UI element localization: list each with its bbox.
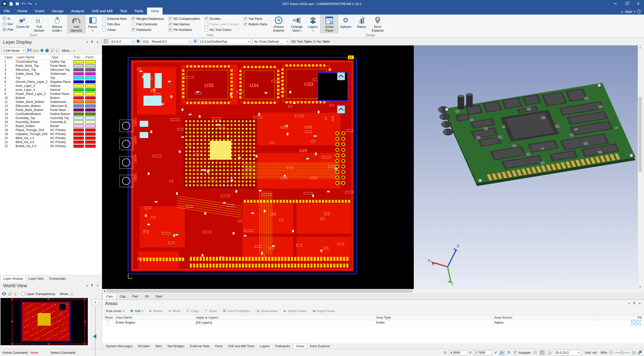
layer-panel-tab[interactable]: Layer Display: [1, 275, 26, 281]
layer-row[interactable]: 15 Assembly_Top Assembly Top: [0, 116, 102, 120]
checkbox-nc-compensation[interactable]: NC Compensation: [169, 17, 200, 21]
layer-flash-color[interactable]: [85, 76, 96, 79]
area-fill-swatch[interactable]: [597, 320, 644, 325]
layer-row[interactable]: 11 Solder_Mask_Bottom Soldermask ...: [0, 100, 102, 104]
layer-flash-color[interactable]: [85, 112, 96, 115]
layer-row[interactable]: 4 Solder_Mask_Top Soldermask ...: [0, 72, 102, 76]
layer-trace-color[interactable]: [73, 121, 85, 124]
apply-coords-icon[interactable]: ✓: [494, 350, 497, 355]
layer-flash-color[interactable]: [85, 100, 96, 103]
menu-tab[interactable]: Design: [48, 8, 67, 15]
bottom-tab[interactable]: Padstacks: [273, 343, 293, 349]
layer-trace-color[interactable]: [73, 60, 85, 63]
layer-row[interactable]: 1 *ComOutlineTop Outline Top: [0, 60, 102, 64]
panel-close-icon[interactable]: ✕: [96, 40, 99, 44]
layer-flash-color[interactable]: [85, 60, 96, 63]
layer-flash-color[interactable]: [85, 96, 96, 99]
new-file-icon[interactable]: [9, 2, 13, 6]
layer-trace-color[interactable]: [73, 125, 85, 128]
scroll-left-icon[interactable]: ◀: [102, 290, 105, 292]
x-coordinate-input[interactable]: [449, 350, 467, 355]
paste-layer-icon[interactable]: [56, 49, 59, 52]
redo-icon[interactable]: ↷▾: [28, 2, 32, 6]
fixture-extents-button[interactable]: ✕ Fixture Extents: [270, 15, 288, 33]
bottom-tab[interactable]: DCodes: [135, 343, 152, 349]
zoom-in-icon[interactable]: +: [632, 351, 636, 354]
layer-trace-color[interactable]: [73, 92, 85, 95]
checkbox-nc-tool-colors[interactable]: NC Tool Colors: [205, 28, 239, 32]
style-dropdown-icon[interactable]: ▾: [634, 10, 635, 13]
layer-flash-color[interactable]: [85, 121, 96, 124]
style-menu[interactable]: Style: [625, 10, 632, 14]
checkbox-dcodes[interactable]: Dcodes: [205, 17, 239, 21]
pcb-3d-view[interactable]: U6U4U2P1XZY: [414, 45, 638, 289]
layer-flash-color[interactable]: [85, 137, 96, 140]
layer-flash-color[interactable]: [85, 141, 96, 144]
layer-row[interactable]: 17 Board_Outline Border: [0, 124, 102, 128]
layer-row[interactable]: 7 Inner_Layer_3 Internal: [0, 84, 102, 88]
checkbox-net-names[interactable]: Net Names: [169, 22, 200, 26]
menu-tab[interactable]: Analyze: [67, 8, 88, 15]
layer-trace-color[interactable]: [73, 145, 85, 148]
options-button[interactable]: ⚙ Options: [338, 15, 353, 33]
layer-trace-color[interactable]: [73, 112, 85, 115]
layer-row[interactable]: 2 Paste_Mask_Top Paste Mask ...: [0, 64, 102, 68]
layer-trace-color[interactable]: [73, 80, 85, 83]
save-icon[interactable]: [15, 2, 20, 6]
bottom-tab[interactable]: Drill and Mill Tools: [225, 343, 257, 349]
menu-tab[interactable]: View: [147, 8, 163, 15]
help-icon[interactable]: ?: [637, 10, 641, 14]
zoom-out-icon[interactable]: −: [609, 351, 613, 354]
menu-tab[interactable]: Test: [116, 8, 131, 15]
layer-trace-color[interactable]: [73, 96, 85, 99]
view-tab[interactable]: Cam: [103, 293, 116, 299]
layer-trace-color[interactable]: [73, 68, 85, 71]
layer-flash-color[interactable]: [85, 72, 96, 75]
layer-trace-color[interactable]: [73, 137, 85, 140]
layer-row[interactable]: 18 Plated_Through_Drill NC Primary: [0, 128, 102, 132]
checkbox-external-nets[interactable]: External Nets: [102, 17, 127, 21]
minimize-button[interactable]: [609, 0, 621, 8]
zoom-all-button[interactable]: Zoom All: [15, 15, 30, 33]
view-tab[interactable]: Start: [152, 293, 166, 299]
layer-row[interactable]: 10 Bottom Bottom: [0, 96, 102, 100]
horizontal-scroll-thumb[interactable]: [107, 289, 413, 292]
undo-icon[interactable]: ↶▾: [21, 2, 26, 6]
origin-icon[interactable]: [533, 350, 538, 355]
view-tab[interactable]: Part: [129, 293, 141, 299]
bottom-tab[interactable]: Nets: [152, 343, 165, 349]
areas-pane-button[interactable]: Areas Pane: [320, 15, 338, 33]
layer-row[interactable]: 22 Buried_Via_3-4 NC Primary: [0, 144, 102, 148]
dcode-combo[interactable]: D11 Round 6.0▾: [142, 39, 192, 44]
bottom-tab[interactable]: Net Bridges: [165, 343, 187, 349]
full-screen-button[interactable]: Full Screen: [30, 15, 48, 33]
status-button[interactable]: Status: [354, 15, 369, 33]
scroll-down-icon[interactable]: ▼: [638, 286, 642, 288]
layer-trace-color[interactable]: [73, 141, 85, 144]
copy-view-icon[interactable]: [8, 292, 12, 296]
panel-collapse-icon[interactable]: ▾: [628, 302, 630, 305]
bottom-tab[interactable]: Parts: [212, 343, 225, 349]
layer-trace-color[interactable]: [73, 133, 85, 136]
layer-flash-color[interactable]: [85, 84, 96, 87]
vertex-mode-icon[interactable]: [507, 350, 512, 355]
menu-tab[interactable]: Home: [14, 8, 31, 15]
layer-row[interactable]: 16 Assembly_Bottom Assembly B...: [0, 120, 102, 124]
grid-toggle-icon[interactable]: [540, 350, 545, 355]
pcb-canvas[interactable]: F2X1U35U34U33U24U26U29U31U32U4U2U1U3P2P1…: [102, 45, 414, 289]
bottom-tab[interactable]: Error Explorer: [307, 343, 333, 349]
area-show-checkbox[interactable]: [102, 320, 114, 325]
paste-view-icon[interactable]: [14, 292, 18, 296]
restore-button[interactable]: [621, 0, 632, 8]
more-menu[interactable]: More... ▾: [62, 49, 74, 52]
error-explorer-button[interactable]: Error Explorer: [369, 15, 387, 33]
layer-flash-color[interactable]: [85, 108, 96, 111]
bottom-tab[interactable]: External Nets: [187, 343, 212, 349]
panel-collapse-icon[interactable]: ▾: [86, 284, 88, 287]
view-tab[interactable]: Cap: [116, 293, 129, 299]
y-coordinate-input[interactable]: [474, 350, 492, 355]
mouse-mode-button[interactable]: Mouse mode ▾: [48, 15, 66, 33]
area-properties-button[interactable]: Area Properties: [220, 308, 253, 314]
fit-view-icon[interactable]: [638, 351, 641, 354]
pin-icon[interactable]: [633, 302, 635, 306]
